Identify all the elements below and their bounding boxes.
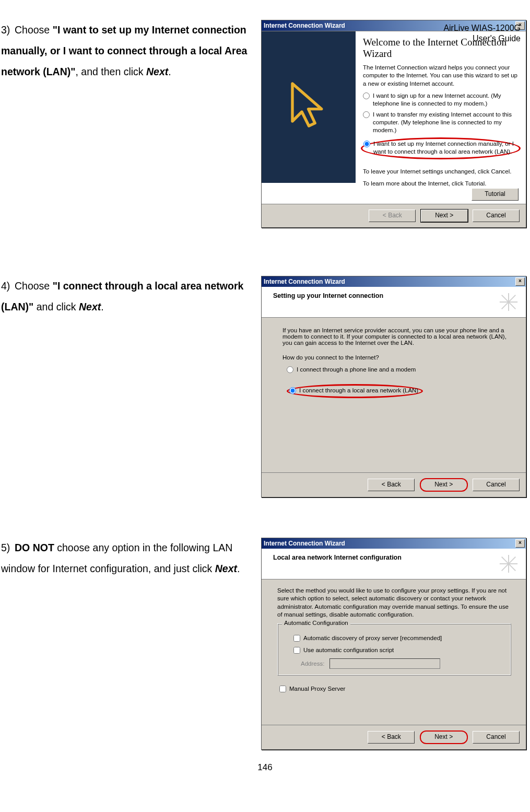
groupbox-legend: Automatic Configuration: [282, 620, 350, 626]
page-number: 146: [0, 762, 530, 773]
wizard-sidebar-graphic: [262, 31, 356, 183]
cursor-arrow-icon: [288, 78, 335, 136]
wizard-leave-text: To leave your Internet settings unchange…: [363, 168, 519, 176]
radio-input[interactable]: [289, 387, 296, 394]
doc-header: AirLive WIAS-1200G User's Guide: [443, 23, 521, 44]
back-button: < Back: [369, 210, 416, 222]
wizard-question: How do you connect to the Internet?: [282, 354, 511, 361]
wizard-heading: Setting up your Internet connection: [273, 292, 383, 299]
next-button[interactable]: Next >: [420, 478, 468, 492]
step-3-number: 3): [1, 20, 15, 41]
cancel-button[interactable]: Cancel: [473, 210, 520, 222]
wizard-intro: If you have an Internet service provider…: [282, 327, 511, 346]
next-button[interactable]: Next >: [420, 730, 468, 744]
wizard-header-panel: Local area network Internet configuratio…: [262, 549, 526, 579]
checkbox-auto-discovery[interactable]: Automatic discovery of proxy server [rec…: [291, 633, 503, 643]
next-button[interactable]: Next >: [421, 210, 468, 222]
groupbox-auto-config: Automatic Configuration Automatic discov…: [277, 623, 511, 676]
step-5-number: 5): [1, 538, 15, 559]
address-row: Address:: [301, 658, 503, 669]
dialog-title: Internet Connection Wizard: [264, 540, 345, 547]
radio-input[interactable]: [363, 92, 370, 99]
wizard-footer: < Back Next > Cancel: [262, 472, 526, 497]
dialog-titlebar: Internet Connection Wizard ×: [262, 538, 526, 549]
dialog-titlebar: Internet Connection Wizard ×: [262, 276, 526, 287]
snowflake-icon: [499, 554, 519, 574]
close-icon[interactable]: ×: [515, 539, 525, 548]
dialog-icw-setup-connection: Internet Connection Wizard × Setting up …: [261, 276, 526, 497]
step-4-number: 4): [1, 276, 15, 297]
dialog-icw-lan-config: Internet Connection Wizard × Local area …: [261, 538, 526, 750]
checkbox-input[interactable]: [293, 635, 300, 642]
doc-product: AirLive WIAS-1200G: [443, 23, 521, 33]
wizard-intro: Select the method you would like to use …: [277, 587, 511, 619]
radio-transfer-existing[interactable]: I want to transfer my existing Internet …: [363, 111, 519, 134]
radio-manual-lan[interactable]: I want to set up my Internet connection …: [361, 137, 521, 159]
checkbox-auto-script[interactable]: Use automatic configuration script: [291, 645, 503, 655]
step-5-text: 5)DO NOT choose any option in the follow…: [0, 538, 261, 579]
dialog-icw-welcome: Internet Connection Wizard × Welcome to …: [261, 20, 526, 228]
wizard-footer: < Back Next > Cancel: [262, 725, 526, 749]
radio-phone-modem[interactable]: I connect through a phone line and a mod…: [287, 366, 511, 374]
step-4-text: 4)Choose "I connect through a local area…: [0, 276, 261, 318]
tutorial-button[interactable]: Tutorial: [472, 188, 519, 201]
address-field: [329, 658, 440, 669]
radio-input[interactable]: [363, 111, 370, 118]
wizard-footer: < Back Next > Cancel: [262, 204, 526, 227]
radio-lan[interactable]: I connect through a local area network (…: [287, 384, 423, 398]
step-3-text: 3)Choose "I want to set up my Internet c…: [0, 20, 261, 83]
checkbox-input[interactable]: [279, 686, 286, 692]
radio-input[interactable]: [363, 141, 370, 147]
wizard-heading: Local area network Internet configuratio…: [273, 554, 402, 561]
wizard-intro: The Internet Connection wizard helps you…: [363, 64, 519, 88]
wizard-header-panel: Setting up your Internet connection: [262, 287, 526, 318]
doc-subtitle: User's Guide: [443, 33, 521, 44]
snowflake-icon: [499, 292, 519, 312]
back-button[interactable]: < Back: [368, 731, 415, 744]
radio-signup-new[interactable]: I want to sign up for a new Internet acc…: [363, 92, 519, 108]
checkbox-input[interactable]: [293, 647, 300, 654]
back-button[interactable]: < Back: [368, 479, 415, 491]
wizard-learn-row: To learn more about the Internet, click …: [363, 180, 519, 188]
cancel-button[interactable]: Cancel: [473, 731, 520, 744]
dialog-title: Internet Connection Wizard: [264, 22, 345, 29]
address-label: Address:: [301, 660, 324, 667]
radio-input[interactable]: [287, 366, 293, 373]
close-icon[interactable]: ×: [515, 277, 525, 286]
checkbox-manual-proxy[interactable]: Manual Proxy Server: [277, 684, 511, 694]
dialog-title: Internet Connection Wizard: [264, 278, 345, 285]
cancel-button[interactable]: Cancel: [473, 479, 520, 491]
